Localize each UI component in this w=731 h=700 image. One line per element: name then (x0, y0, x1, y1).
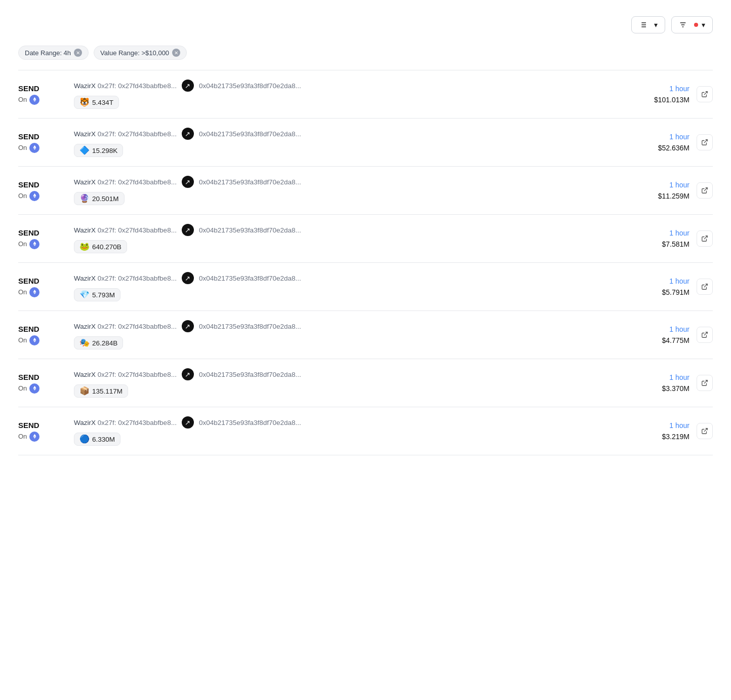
svg-marker-20 (33, 148, 35, 150)
tx-amount: 5.434T (92, 99, 113, 106)
token-icon: 🐯 (79, 98, 90, 106)
sort-icon (639, 21, 647, 29)
tx-time: 1 hour (641, 85, 689, 93)
tx-addresses: WazirX 0x27f: 0x27fd43babfbe8... ↗ 0x04b… (74, 320, 641, 332)
filter-button[interactable]: ▾ (671, 16, 713, 33)
from-address: WazirX 0x27f: 0x27fd43babfbe8... (74, 82, 177, 90)
token-icon: 🐸 (79, 243, 90, 251)
svg-marker-63 (34, 437, 36, 439)
tx-amount-row: 🎭 26.284B (74, 336, 641, 349)
tx-on-label: On (18, 191, 74, 201)
svg-line-43 (704, 284, 707, 287)
tx-addresses: WazirX 0x27f: 0x27fd43babfbe8... ↗ 0x04b… (74, 272, 641, 284)
external-link-button[interactable] (697, 279, 713, 295)
svg-marker-26 (33, 193, 35, 197)
tx-type-label: SEND (18, 421, 74, 430)
tx-amount-tag: 🎭 26.284B (74, 336, 123, 349)
value-range-chip: Value Range: >$10,000 ✕ (94, 46, 187, 60)
svg-line-22 (704, 140, 707, 143)
token-icon: 🔷 (79, 146, 90, 154)
tx-type-col: SEND On (18, 84, 74, 105)
to-address: 0x04b21735e93fa3f8df70e2da8... (199, 419, 301, 426)
tx-time-col: 1 hour $3.370M (641, 373, 697, 393)
tx-time-col: 1 hour $3.219M (641, 421, 697, 441)
to-address: 0x04b21735e93fa3f8df70e2da8... (199, 323, 301, 330)
svg-marker-39 (34, 290, 36, 293)
tx-time: 1 hour (641, 229, 689, 237)
svg-marker-14 (34, 100, 36, 102)
tx-type-col: SEND On (18, 373, 74, 394)
tx-usd-value: $101.013M (641, 96, 689, 104)
external-link-button[interactable] (697, 86, 713, 102)
transactions-list: SEND On WazirX 0x27f: 0x27fd43babfbe8...… (18, 70, 713, 455)
tx-type-col: SEND On (18, 180, 74, 201)
tx-type-label: SEND (18, 132, 74, 141)
send-arrow-icon: ↗ (182, 80, 194, 92)
external-link-icon (701, 379, 708, 386)
tx-type-label: SEND (18, 277, 74, 286)
tx-type-label: SEND (18, 325, 74, 334)
external-link-button[interactable] (697, 327, 713, 343)
from-address: WazirX 0x27f: 0x27fd43babfbe8... (74, 178, 177, 186)
tx-usd-value: $11.259M (641, 192, 689, 200)
svg-marker-13 (33, 100, 35, 102)
svg-marker-46 (34, 338, 36, 341)
to-address: 0x04b21735e93fa3f8df70e2da8... (199, 275, 301, 282)
tx-time: 1 hour (641, 133, 689, 141)
eth-network-badge (29, 191, 39, 201)
tx-addresses: WazirX 0x27f: 0x27fd43babfbe8... ↗ 0x04b… (74, 368, 641, 380)
external-link-button[interactable] (697, 230, 713, 247)
svg-marker-60 (34, 434, 36, 437)
svg-marker-49 (34, 340, 36, 342)
svg-marker-41 (33, 292, 35, 294)
tx-time: 1 hour (641, 373, 689, 381)
tx-detail-col: WazirX 0x27f: 0x27fd43babfbe8... ↗ 0x04b… (74, 272, 641, 301)
from-address: WazirX 0x27f: 0x27fd43babfbe8... (74, 130, 177, 138)
svg-marker-21 (34, 148, 36, 150)
tx-amount-tag: 🔷 15.298K (74, 144, 123, 157)
tx-detail-col: WazirX 0x27f: 0x27fd43babfbe8... ↗ 0x04b… (74, 320, 641, 349)
svg-marker-35 (34, 244, 36, 246)
external-link-button[interactable] (697, 375, 713, 391)
tx-on-label: On (18, 432, 74, 442)
date-range-chip: Date Range: 4h ✕ (18, 46, 89, 60)
tx-on-label: On (18, 239, 74, 249)
header-controls: ▾ ▾ (631, 16, 713, 33)
external-link-button[interactable] (697, 134, 713, 150)
from-address: WazirX 0x27f: 0x27fd43babfbe8... (74, 323, 177, 330)
svg-marker-42 (34, 292, 36, 294)
tx-type-col: SEND On (18, 277, 74, 297)
external-link-button[interactable] (697, 423, 713, 439)
send-arrow-icon: ↗ (182, 368, 194, 380)
svg-marker-27 (33, 196, 35, 198)
tx-usd-value: $7.581M (641, 240, 689, 248)
to-address: 0x04b21735e93fa3f8df70e2da8... (199, 130, 301, 138)
tx-type-col: SEND On (18, 228, 74, 249)
tx-type-label: SEND (18, 180, 74, 189)
tx-time: 1 hour (641, 325, 689, 333)
send-arrow-icon: ↗ (182, 128, 194, 140)
to-address: 0x04b21735e93fa3f8df70e2da8... (199, 371, 301, 378)
tx-addresses: WazirX 0x27f: 0x27fd43babfbe8... ↗ 0x04b… (74, 80, 641, 92)
tx-on-label: On (18, 335, 74, 345)
send-arrow-icon: ↗ (182, 224, 194, 236)
tx-type-label: SEND (18, 228, 74, 238)
svg-line-50 (704, 332, 707, 335)
tx-amount: 20.501M (92, 195, 119, 203)
table-row: SEND On WazirX 0x27f: 0x27fd43babfbe8...… (18, 263, 713, 311)
external-link-button[interactable] (697, 182, 713, 199)
value-range-close-button[interactable]: ✕ (172, 49, 180, 57)
tx-amount-row: 🔷 15.298K (74, 144, 641, 157)
date-range-close-button[interactable]: ✕ (74, 49, 82, 57)
tx-on-label: On (18, 287, 74, 297)
svg-marker-12 (33, 97, 35, 100)
sort-button[interactable]: ▾ (631, 16, 665, 33)
tx-detail-col: WazirX 0x27f: 0x27fd43babfbe8... ↗ 0x04b… (74, 416, 641, 446)
table-row: SEND On WazirX 0x27f: 0x27fd43babfbe8...… (18, 311, 713, 359)
tx-amount: 135.117M (92, 387, 123, 395)
tx-addresses: WazirX 0x27f: 0x27fd43babfbe8... ↗ 0x04b… (74, 128, 641, 140)
svg-line-57 (704, 380, 707, 383)
value-range-label: Value Range: >$10,000 (100, 49, 169, 57)
tx-amount-row: 💎 5.793M (74, 288, 641, 301)
from-address: WazirX 0x27f: 0x27fd43babfbe8... (74, 419, 177, 426)
